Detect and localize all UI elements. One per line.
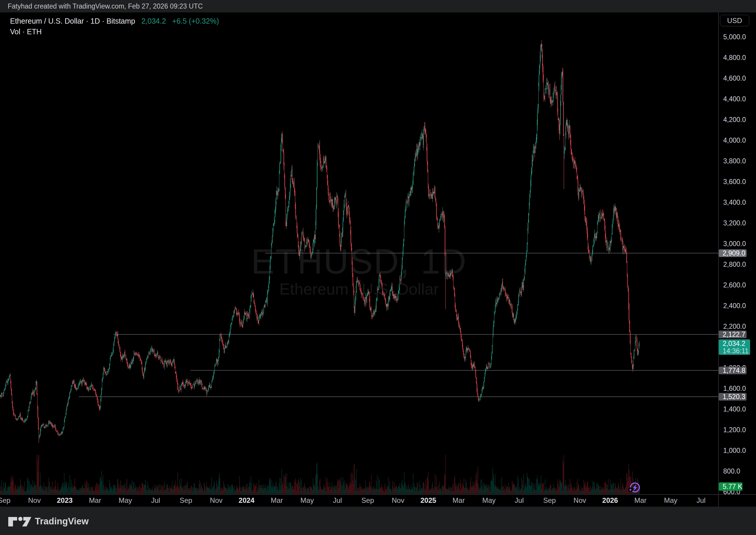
time-axis-month-label: Nov bbox=[392, 495, 404, 506]
tradingview-snapshot: Fatyhad created with TradingView.com, Fe… bbox=[0, 0, 756, 535]
time-axis-month-label: Jul bbox=[515, 495, 524, 506]
current-price-value: 2,034.2 bbox=[723, 340, 750, 348]
candlestick-chart[interactable] bbox=[0, 13, 718, 494]
time-axis-month-label: Nov bbox=[210, 495, 223, 506]
time-axis-year-label: 2023 bbox=[57, 495, 72, 506]
price-tick-label: 4,800.0 bbox=[723, 54, 746, 62]
time-axis-month-label: Jul bbox=[696, 495, 706, 506]
tradingview-glyph bbox=[8, 517, 31, 527]
time-axis-month-label: Mar bbox=[89, 495, 101, 506]
price-tick-label: 1,000.0 bbox=[723, 447, 746, 455]
time-axis-month-label: Sep bbox=[0, 495, 10, 506]
legend-change: +6.5 (+0.32%) bbox=[172, 17, 219, 25]
price-tick-label: 5,000.0 bbox=[723, 33, 746, 41]
price-tick-label: 1,600.0 bbox=[723, 385, 746, 393]
volume-value-badge: 5.77 K bbox=[719, 482, 742, 491]
price-tick-label: 2,400.0 bbox=[723, 302, 746, 310]
price-tick-label: 4,600.0 bbox=[723, 74, 746, 82]
bar-countdown: 14:36:11 bbox=[723, 348, 750, 355]
level-price-badge: 2,909.0 bbox=[719, 249, 746, 257]
horizontal-level-lines bbox=[79, 253, 718, 397]
legend-volume-row: Vol · ETH bbox=[10, 27, 219, 36]
legend-last-price: 2,034.2 bbox=[142, 17, 166, 25]
time-axis-year-label: 2026 bbox=[602, 495, 618, 506]
time-axis-month-label: May bbox=[119, 495, 132, 506]
candles bbox=[0, 40, 640, 443]
price-tick-label: 3,400.0 bbox=[723, 199, 746, 207]
price-tick-label: 3,200.0 bbox=[723, 219, 746, 227]
tradingview-logo[interactable]: TradingView bbox=[8, 515, 102, 528]
price-tick-label: 2,800.0 bbox=[723, 261, 746, 268]
price-tick-label: 3,600.0 bbox=[723, 178, 746, 186]
price-tick-label: 4,200.0 bbox=[723, 116, 746, 124]
price-tick-label: 1,400.0 bbox=[723, 405, 746, 413]
time-axis-month-label: Mar bbox=[634, 495, 646, 506]
price-tick-label: 2,200.0 bbox=[723, 323, 746, 330]
price-tick-label: 2,600.0 bbox=[723, 281, 746, 289]
time-axis-month-label: May bbox=[664, 495, 677, 506]
time-axis-month-label: Jul bbox=[151, 495, 160, 506]
price-tick-label: 1,200.0 bbox=[723, 426, 746, 434]
time-axis-month-label: May bbox=[482, 495, 496, 506]
time-axis-month-label: Jul bbox=[333, 495, 342, 506]
time-axis-month-label: Nov bbox=[574, 495, 586, 506]
price-tick-label: 3,000.0 bbox=[723, 240, 746, 248]
attribution-text: Fatyhad created with TradingView.com, Fe… bbox=[8, 2, 203, 10]
lightning-event-icon[interactable] bbox=[628, 482, 641, 495]
currency-toggle-button[interactable]: USD bbox=[720, 15, 749, 26]
level-price-badge: 1,774.8 bbox=[719, 367, 746, 374]
time-axis[interactable]: SepNov2023MarMayJulSepNov2024MarMayJulSe… bbox=[0, 495, 756, 507]
time-axis-month-label: Mar bbox=[452, 495, 465, 506]
price-tick-label: 4,400.0 bbox=[723, 95, 746, 103]
time-axis-year-label: 2025 bbox=[420, 495, 436, 506]
level-price-badge: 2,122.7 bbox=[719, 330, 746, 338]
time-axis-month-label: Sep bbox=[362, 495, 374, 506]
legend-symbol-row: Ethereum / U.S. Dollar · 1D · Bitstamp 2… bbox=[10, 17, 219, 25]
level-price-badge: 1,520.3 bbox=[719, 393, 746, 401]
current-price-badge: 2,034.214:36:11 bbox=[719, 339, 750, 355]
price-axis[interactable]: USD 5,000.04,800.04,600.04,400.04,200.04… bbox=[719, 13, 756, 494]
tradingview-wordmark: TradingView bbox=[35, 516, 89, 526]
time-axis-month-label: Sep bbox=[179, 495, 192, 506]
volume-bars bbox=[0, 455, 640, 494]
time-axis-month-label: May bbox=[300, 495, 313, 506]
legend-symbol: Ethereum / U.S. Dollar · 1D · Bitstamp bbox=[10, 17, 135, 25]
footer-bar bbox=[0, 507, 756, 535]
time-axis-month-label: Mar bbox=[271, 495, 283, 506]
price-tick-label: 4,000.0 bbox=[723, 136, 746, 145]
corner-separator bbox=[718, 495, 719, 507]
time-axis-month-label: Nov bbox=[28, 495, 41, 506]
chart-legend: Ethereum / U.S. Dollar · 1D · Bitstamp 2… bbox=[10, 17, 219, 36]
price-tick-label: 3,800.0 bbox=[723, 157, 746, 165]
legend-indicator: Vol · ETH bbox=[10, 27, 41, 36]
price-tick-label: 800.0 bbox=[723, 467, 740, 475]
time-axis-month-label: Sep bbox=[543, 495, 556, 506]
attribution-bar: Fatyhad created with TradingView.com, Fe… bbox=[0, 0, 756, 13]
time-axis-year-label: 2024 bbox=[239, 495, 254, 506]
